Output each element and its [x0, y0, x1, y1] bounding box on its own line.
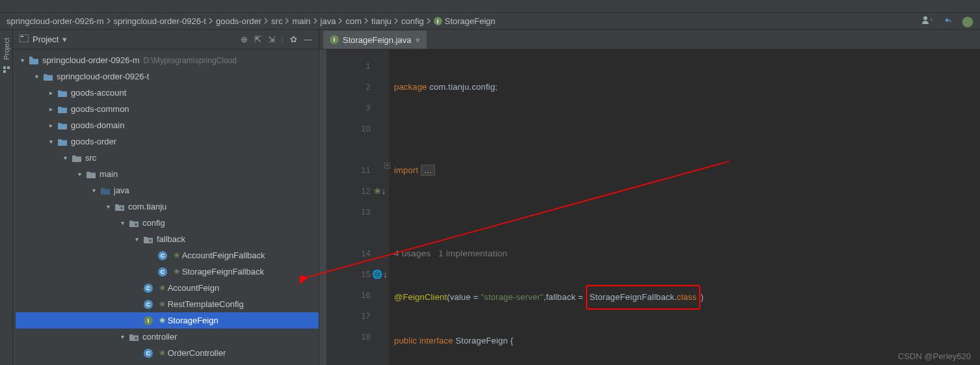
class-icon: C [157, 250, 168, 261]
tree-node[interactable]: ▾main [16, 166, 319, 182]
line-number: 15 [332, 264, 371, 285]
breadcrumb-item[interactable]: tianju [371, 16, 391, 26]
spring-icon: ❀ [174, 267, 179, 276]
project-panel-title-text: Project [33, 34, 59, 44]
project-toolwindow-tab[interactable]: Project [3, 35, 10, 62]
tree-node[interactable]: ▾controller [16, 329, 319, 345]
code-token: StorageFeign [455, 336, 510, 345]
line-number: 17 [332, 306, 371, 327]
project-tree[interactable]: ▾ springcloud-order-0926-m D:\Myprogram\… [13, 49, 319, 365]
caret-down-icon: ▾ [35, 73, 43, 80]
project-panel-header: Project ▾ ⊕ ⇱ ⇲ | ✿ — [13, 30, 319, 49]
tree-node[interactable]: ▾java [16, 182, 319, 198]
chevron-right-icon [209, 16, 213, 26]
folded-code[interactable]: ... [421, 165, 434, 176]
tree-label: OrderController [168, 348, 226, 358]
close-icon[interactable]: × [416, 35, 421, 45]
editor-tabs: I StorageFeign.java × [319, 30, 980, 49]
code-token: "storage-server" [481, 292, 543, 302]
gutter-marker-leaf[interactable]: ❀↓ [373, 181, 387, 202]
code-hint[interactable]: 4 usages [394, 249, 430, 258]
scrollbar[interactable] [319, 49, 326, 365]
class-icon: C [157, 267, 168, 277]
tree-label: config [142, 218, 165, 228]
caret-right-icon: ▸ [49, 89, 57, 96]
user-icon[interactable] [921, 16, 933, 27]
breadcrumb-item[interactable]: src [271, 16, 282, 26]
chevron-right-icon [427, 16, 431, 26]
gear-icon[interactable]: ✿ [290, 34, 297, 44]
module-icon [57, 137, 68, 147]
tree-leaf[interactable]: C❀ OrderController [16, 345, 319, 361]
locate-icon[interactable]: ⊕ [241, 34, 248, 44]
breadcrumb-item[interactable]: springcloud-order-0926-m [7, 16, 104, 26]
project-panel-title[interactable]: Project ▾ [20, 34, 67, 44]
caret-down-icon: ▾ [62, 34, 67, 44]
code-content[interactable]: package com.tianju.config; +import ... 4… [389, 49, 980, 365]
folder-icon [86, 169, 96, 180]
tree-node[interactable]: ▸goods-account [16, 85, 319, 101]
tree-node[interactable]: ▸goods-common [16, 101, 319, 117]
code-token: { [510, 336, 514, 345]
code-token: @FeignClient [394, 292, 447, 302]
module-icon [57, 104, 68, 115]
code-editor[interactable]: 1 2 3 10 11 12 13 14 15 16 17 18 ❀↓ 🌐↓ [319, 49, 980, 365]
fold-icon[interactable]: + [384, 163, 390, 169]
tree-node[interactable]: ▾springcloud-order-0926-t [16, 68, 319, 85]
code-hint[interactable]: 1 implementation [438, 249, 507, 258]
undo-icon[interactable] [942, 16, 953, 27]
tree-node[interactable]: ▾config [16, 215, 319, 231]
line-number: 16 [332, 285, 371, 306]
tree-leaf[interactable]: C❀ AccountFeignFallback [16, 247, 319, 264]
tree-node[interactable]: ▾com.tianju [16, 198, 319, 215]
tree-leaf[interactable]: C❀ AccountFeign [16, 280, 319, 296]
folder-icon [72, 153, 82, 163]
tree-node[interactable]: ▾goods-order [16, 133, 319, 150]
package-icon [114, 202, 125, 212]
gutter-marker-web[interactable]: 🌐↓ [373, 264, 387, 285]
breadcrumb-item[interactable]: IStorageFeign [434, 16, 496, 26]
breadcrumb-item[interactable]: config [401, 16, 424, 26]
editor-tab[interactable]: I StorageFeign.java × [323, 31, 427, 49]
run-dash-icon[interactable]: ⬤ [962, 15, 973, 27]
side-toolwindow-bar: Project [0, 30, 13, 365]
tree-node[interactable]: ▾src [16, 150, 319, 166]
structure-icon[interactable] [2, 65, 11, 74]
tree-root[interactable]: ▾ springcloud-order-0926-m D:\Myprogram\… [16, 52, 319, 68]
interface-icon: I [143, 316, 153, 326]
tree-label: java [114, 185, 129, 195]
breadcrumb-item[interactable]: goods-order [216, 16, 261, 26]
tree-label: goods-domain [71, 120, 124, 130]
watermark: CSDN @Perley620 [898, 351, 971, 361]
source-folder-icon [100, 185, 111, 196]
caret-down-icon: ▾ [107, 203, 114, 210]
caret-down-icon: ▾ [135, 236, 143, 243]
tree-label: com.tianju [128, 202, 166, 211]
interface-icon: I [330, 35, 339, 44]
breadcrumb-item[interactable]: java [321, 16, 336, 26]
class-icon: C [143, 348, 153, 358]
tree-label: AccountFeign [168, 283, 220, 293]
tree-node[interactable]: ▾fallback [16, 231, 319, 247]
line-number: 13 [332, 202, 371, 223]
line-number: 11 [332, 160, 371, 181]
tree-node[interactable]: ▸goods-domain [16, 117, 319, 133]
breadcrumb-item[interactable]: com [345, 16, 362, 26]
svg-rect-5 [21, 36, 23, 37]
tree-leaf[interactable]: C❀ RestTemplateConfig [16, 296, 319, 312]
tree-leaf-selected[interactable]: I❀ StorageFeign [16, 312, 319, 329]
tree-label: RestTemplateConfig [168, 299, 244, 309]
tree-leaf[interactable]: C❀ StorageFeignFallback [16, 264, 319, 280]
breadcrumb-item[interactable]: springcloud-order-0926-t [114, 16, 206, 26]
hide-icon[interactable]: — [304, 34, 312, 44]
svg-point-8 [135, 223, 137, 226]
breadcrumb-item[interactable]: main [292, 16, 310, 26]
chevron-right-icon [338, 16, 343, 26]
code-token: interface [419, 336, 455, 345]
package-icon [129, 332, 139, 342]
collapse-all-icon[interactable]: ⇲ [268, 34, 275, 44]
expand-all-icon[interactable]: ⇱ [254, 34, 261, 44]
tree-label: controller [142, 332, 177, 342]
interface-icon: I [434, 17, 442, 25]
package-icon [143, 234, 153, 245]
